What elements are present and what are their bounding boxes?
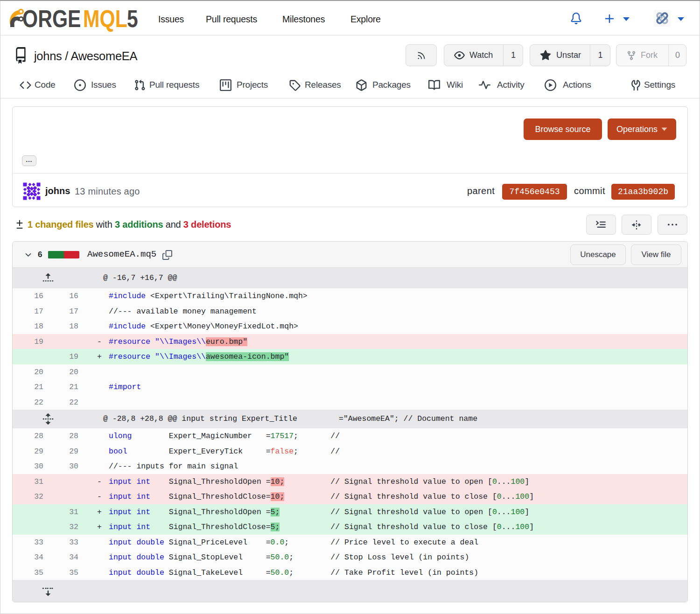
svg-text:ORGE: ORGE — [22, 5, 81, 32]
svg-text:5: 5 — [127, 5, 138, 32]
svg-text:MQL: MQL — [83, 5, 127, 32]
